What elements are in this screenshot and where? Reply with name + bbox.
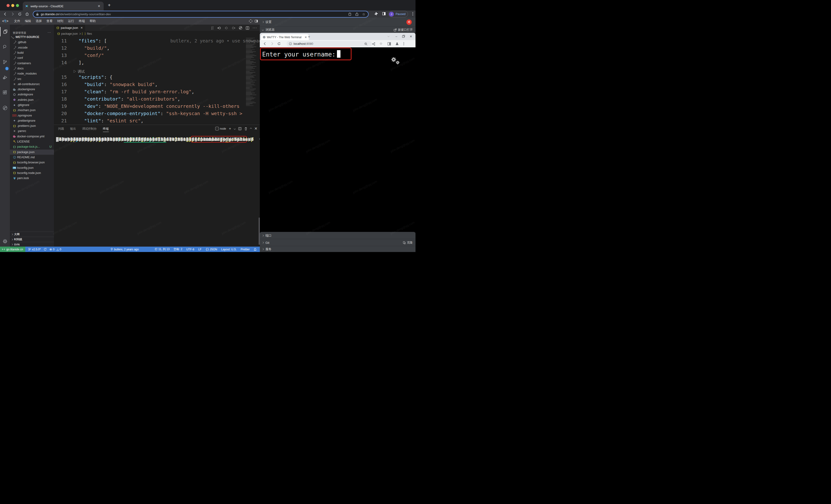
- source-control-activity-icon[interactable]: [0, 57, 10, 67]
- indentation[interactable]: 空格: 2: [173, 247, 182, 251]
- embedded-reload-icon[interactable]: [277, 42, 281, 46]
- clone-button[interactable]: 克隆: [403, 241, 413, 245]
- tree-folder-build[interactable]: build: [10, 50, 54, 55]
- code-editor[interactable]: 11"files": [ butlerx, 2 years ago • use …: [54, 37, 245, 125]
- tab-problems[interactable]: 问题: [58, 127, 64, 132]
- reload-icon[interactable]: [18, 12, 22, 16]
- wetty-terminal[interactable]: Enter your username:: [260, 47, 416, 233]
- site-info-icon[interactable]: [289, 42, 292, 45]
- wetty-tab-close-icon[interactable]: ✕: [305, 36, 307, 39]
- tree-file-.prettierrc.json[interactable]: {}.prettierrc.json: [10, 123, 54, 128]
- run-debug-activity-icon[interactable]: [0, 73, 10, 82]
- tab-terminal[interactable]: 终端: [103, 127, 109, 132]
- ports-section[interactable]: 端口: [260, 232, 416, 239]
- tree-folder-conf[interactable]: conf: [10, 55, 54, 60]
- tree-folder-src[interactable]: src: [10, 76, 54, 81]
- fullscreen-icon[interactable]: [249, 20, 252, 23]
- cursor-position[interactable]: 行 11, 列 13: [155, 247, 170, 251]
- url-bar[interactable]: go.titanide.cn/ide/web/coding/wetty-sour…: [33, 11, 368, 17]
- embedded-profile-icon[interactable]: [395, 42, 399, 46]
- new-tab-button[interactable]: +: [108, 3, 111, 7]
- svn-section[interactable]: SVN: [10, 242, 54, 247]
- tree-file-.mocharc.json[interactable]: {}.mocharc.json: [10, 108, 54, 113]
- tree-file-yarn.lock[interactable]: yarn.lock: [10, 176, 54, 181]
- blame-indicator[interactable]: butlerx, 2 years ago: [110, 248, 139, 251]
- browser-section[interactable]: 浏览器 新窗口打开: [260, 27, 416, 33]
- git-section[interactable]: Git 克隆: [260, 239, 416, 246]
- tree-file-package.json[interactable]: {}package.json: [10, 150, 54, 155]
- menu-run[interactable]: 运行: [66, 19, 77, 23]
- timeline-section[interactable]: 时间线: [10, 237, 54, 242]
- user-badge[interactable]: 邓: [406, 20, 412, 25]
- tree-file-.yarnrc[interactable]: ≡.yarnrc: [10, 128, 54, 134]
- settings-gear-icon[interactable]: [0, 237, 10, 246]
- embedded-share-icon[interactable]: [372, 42, 375, 46]
- nav-circle-icon[interactable]: [225, 26, 228, 30]
- language-mode[interactable]: {} JSON: [205, 248, 217, 251]
- keyboard-layout[interactable]: Layout: U.S.: [221, 248, 237, 251]
- embedded-restore-icon[interactable]: [402, 35, 405, 38]
- browser-menu-icon[interactable]: [412, 12, 413, 16]
- encoding[interactable]: UTF-8: [186, 248, 194, 251]
- embedded-back-icon[interactable]: [263, 42, 267, 46]
- tree-file-tsconfig.browser.json[interactable]: {}tsconfig.browser.json: [10, 160, 54, 165]
- tab-close-icon[interactable]: ✕: [96, 4, 101, 8]
- home-icon[interactable]: [25, 12, 29, 16]
- search-activity-icon[interactable]: [0, 42, 10, 52]
- embedded-url-bar[interactable]: localhost:8080: [287, 41, 372, 47]
- codelens-debug[interactable]: ▷ 调试: [54, 66, 245, 73]
- terminal-shell-chip[interactable]: ›node: [215, 127, 226, 130]
- tab-output[interactable]: 输出: [70, 127, 76, 132]
- editor-tab-package-json[interactable]: {} package.json ✕: [54, 25, 85, 31]
- close-panel-icon[interactable]: ✕: [254, 126, 257, 131]
- eol[interactable]: LF: [198, 248, 201, 251]
- tree-file-tsconfig.json[interactable]: TStsconfig.json: [10, 165, 54, 170]
- extensions-puzzle-icon[interactable]: [374, 12, 378, 16]
- embedded-menu-icon[interactable]: [403, 42, 404, 46]
- browser-tab[interactable]: wetty-source - CloudIDE ✕: [23, 2, 104, 10]
- tree-file-.npmignore[interactable]: npm.npmignore: [10, 113, 54, 118]
- back-icon[interactable]: [3, 12, 7, 16]
- embedded-panel-icon[interactable]: [388, 42, 391, 46]
- embedded-minimize-icon[interactable]: –: [396, 35, 397, 38]
- forward-icon[interactable]: [10, 12, 15, 16]
- split-editor-icon[interactable]: [246, 26, 249, 30]
- embedded-bookmark-icon[interactable]: ☆: [379, 41, 382, 46]
- menu-selection[interactable]: 选择: [33, 19, 44, 23]
- wetty-tab[interactable]: WeTTY - The Web Terminal ✕: [261, 34, 309, 40]
- remote-indicator[interactable]: go.titanide.cn: [0, 247, 25, 252]
- notifications-bell-icon[interactable]: [254, 248, 257, 251]
- tree-file-package-lock.js...[interactable]: {}package-lock.js...U: [10, 144, 54, 149]
- tab-debug-console[interactable]: 调试控制台: [82, 127, 97, 132]
- new-terminal-icon[interactable]: +: [229, 126, 231, 131]
- nav-forward-circle-icon[interactable]: [231, 26, 235, 30]
- explorer-activity-icon[interactable]: [0, 27, 10, 36]
- tree-file-.dockerignore[interactable]: .dockerignore: [10, 87, 54, 92]
- bookmark-star-icon[interactable]: ☆: [362, 12, 365, 17]
- split-terminal-icon[interactable]: [238, 127, 241, 130]
- svn-activity-icon[interactable]: [0, 103, 10, 113]
- breadcrumb[interactable]: {} package.json [ ] files: [57, 31, 92, 36]
- embedded-close-icon[interactable]: ✕: [410, 35, 412, 38]
- nav-back-circle-icon[interactable]: [218, 26, 221, 30]
- tree-folder-.github[interactable]: .github: [10, 40, 54, 45]
- terminal-dropdown-icon[interactable]: [233, 127, 235, 129]
- tree-file-LICENSE[interactable]: LICENSE: [10, 139, 54, 144]
- tree-folder-containers[interactable]: containers: [10, 60, 54, 66]
- menu-terminal[interactable]: 终端: [77, 19, 87, 23]
- tree-file-README.md[interactable]: README.md: [10, 155, 54, 160]
- branch-indicator[interactable]: v2.5.0*: [28, 248, 40, 251]
- wetty-gears-icon[interactable]: [390, 56, 401, 66]
- gitlens-icon[interactable]: [239, 26, 242, 30]
- layout-toggle-icon[interactable]: [255, 20, 258, 23]
- zoom-icon[interactable]: [364, 42, 368, 46]
- tree-folder-docs[interactable]: docs: [10, 66, 54, 71]
- embedded-window-menu-icon[interactable]: [388, 35, 390, 37]
- menu-view[interactable]: 查看: [44, 19, 55, 23]
- maximize-panel-icon[interactable]: [250, 127, 252, 129]
- embedded-new-tab-icon[interactable]: +: [308, 35, 310, 39]
- tree-folder-.vscode[interactable]: .vscode: [10, 45, 54, 50]
- editor-tab-close-icon[interactable]: ✕: [80, 26, 83, 30]
- profile-chip[interactable]: J Paused: [388, 11, 408, 17]
- services-section[interactable]: 服务: [260, 246, 416, 252]
